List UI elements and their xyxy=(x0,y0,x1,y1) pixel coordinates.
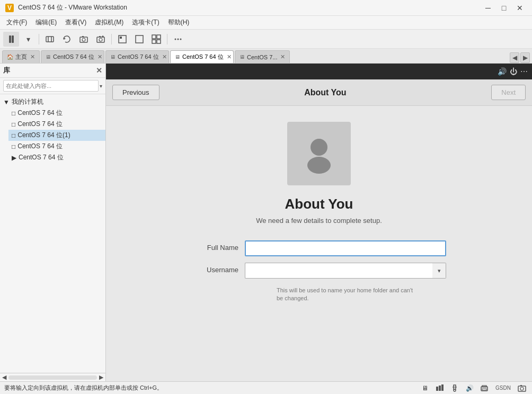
menu-file[interactable]: 文件(F) xyxy=(2,17,31,28)
pause-button[interactable] xyxy=(3,32,19,47)
tab-centos4[interactable]: 🖥 CentOS 7... ✕ xyxy=(235,50,290,63)
tree-root[interactable]: ▼ 我的计算机 xyxy=(0,96,105,108)
tab-centos1-label: CentOS 7 64 位 xyxy=(53,53,94,61)
username-dropdown-button[interactable]: ▾ xyxy=(432,263,446,279)
menu-edit[interactable]: 编辑(E) xyxy=(31,17,61,28)
vm-icon-3: □ xyxy=(12,132,15,139)
vm-icon-5: ▶ xyxy=(12,154,16,162)
unity-button[interactable] xyxy=(148,32,164,47)
svg-rect-37 xyxy=(520,385,522,386)
statusbar-camera-icon[interactable] xyxy=(516,383,528,393)
tab-centos4-label: CentOS 7... xyxy=(247,54,277,60)
sidebar-title: 库 xyxy=(3,66,10,75)
tabs-prev-button[interactable]: ◀ xyxy=(510,52,519,63)
sidebar-scrollbar[interactable] xyxy=(8,375,97,380)
menu-help[interactable]: 帮助(H) xyxy=(164,17,194,28)
menu-vm[interactable]: 虚拟机(M) xyxy=(91,17,128,28)
vm-screen: Previous About You Next About You xyxy=(106,79,532,381)
send-ctrlaltdel-button[interactable] xyxy=(42,32,58,47)
fullname-group: Full Name xyxy=(192,240,446,256)
tab-centos2[interactable]: 🖥 CentOS 7 64 位 ✕ xyxy=(105,50,169,63)
vm-name-5: CentOS 7 64 位 xyxy=(19,153,64,162)
sidebar-scroll-left[interactable]: ◀ xyxy=(2,374,6,381)
tabs-next-button[interactable]: ▶ xyxy=(520,52,530,63)
home-tab-icon: 🏠 xyxy=(7,54,13,60)
revert-button[interactable] xyxy=(59,32,75,47)
normal-view-button[interactable] xyxy=(114,32,130,47)
restore-button[interactable]: □ xyxy=(496,0,512,16)
minimize-button[interactable]: ─ xyxy=(480,0,496,16)
installer-ui: Previous About You Next About You xyxy=(106,79,532,381)
username-input[interactable] xyxy=(245,263,432,279)
svg-point-23 xyxy=(180,38,182,40)
sidebar-item-centos2[interactable]: □ CentOS 7 64 位 xyxy=(8,119,105,130)
tab-centos2-close[interactable]: ✕ xyxy=(162,53,167,60)
user-avatar xyxy=(287,122,351,185)
vm-icon-1: □ xyxy=(12,110,15,117)
svg-text:V: V xyxy=(7,4,12,12)
tab-centos1[interactable]: 🖥 CentOS 7 64 位 ✕ xyxy=(41,50,104,63)
tab-centos4-close[interactable]: ✕ xyxy=(280,53,285,60)
audio-button[interactable]: 🔊 xyxy=(498,67,507,76)
svg-rect-17 xyxy=(152,35,156,39)
username-hint-container: This will be used to name your home fold… xyxy=(277,285,414,303)
svg-rect-20 xyxy=(157,40,161,43)
tab-home-label: 主页 xyxy=(15,53,27,61)
previous-button[interactable]: Previous xyxy=(112,85,159,100)
sidebar-item-centos4[interactable]: □ CentOS 7 64 位 xyxy=(8,141,105,152)
svg-rect-8 xyxy=(82,36,84,37)
content-area: 🔊 ⏻ ⋯ Previous About You Next xyxy=(106,64,532,381)
statusbar-display-icon[interactable]: 🖥 xyxy=(419,383,431,393)
statusbar-gsdn-button[interactable]: GSDN xyxy=(493,383,513,393)
statusbar-icons: 🖥 🔊 GSDN xyxy=(419,383,528,393)
power-button[interactable]: ⏻ xyxy=(510,67,517,76)
sidebar-scroll-right[interactable]: ▶ xyxy=(99,374,103,381)
svg-rect-28 xyxy=(441,384,444,391)
sidebar-item-centos3-selected[interactable]: □ CentOS 7 64 位(1) xyxy=(8,130,105,141)
svg-rect-19 xyxy=(152,40,156,43)
svg-point-36 xyxy=(520,387,524,390)
tab-centos3[interactable]: 🖥 CentOS 7 64 位 ✕ xyxy=(170,50,234,63)
fullname-input[interactable] xyxy=(245,240,446,256)
sidebar-bottom: ◀ ▶ xyxy=(0,373,105,381)
snapshot-manager-button[interactable] xyxy=(93,32,109,47)
snapshot-button[interactable] xyxy=(76,32,92,47)
sidebar: 库 ✕ ▾ ▼ 我的计算机 □ CentOS 7 64 位 □ CentOS 7… xyxy=(0,64,106,381)
statusbar-printer-icon[interactable] xyxy=(478,383,490,393)
about-you-title: About You xyxy=(285,196,353,212)
statusbar-sound-icon[interactable]: 🔊 xyxy=(464,383,475,393)
tab-centos3-label: CentOS 7 64 位 xyxy=(182,53,224,61)
next-button[interactable]: Next xyxy=(491,85,526,100)
app-icon: V xyxy=(4,3,15,13)
sidebar-item-centos5[interactable]: ▶ CentOS 7 64 位 xyxy=(8,152,105,163)
vm-name-2: CentOS 7 64 位 xyxy=(17,120,63,129)
menu-view[interactable]: 查看(V) xyxy=(61,17,91,28)
svg-rect-18 xyxy=(157,35,161,39)
more-button[interactable] xyxy=(170,32,186,47)
tree-root-expand-icon: ▼ xyxy=(3,98,10,106)
statusbar-network-icon[interactable] xyxy=(434,383,446,393)
tab-home-close[interactable]: ✕ xyxy=(30,53,35,60)
sidebar-item-centos1[interactable]: □ CentOS 7 64 位 xyxy=(8,108,105,119)
tabs-bar: 🏠 主页 ✕ 🖥 CentOS 7 64 位 ✕ 🖥 CentOS 7 64 位… xyxy=(0,49,532,64)
tab-centos3-close[interactable]: ✕ xyxy=(227,53,232,60)
svg-point-24 xyxy=(311,139,327,156)
menu-tabs[interactable]: 选项卡(T) xyxy=(128,17,163,28)
svg-rect-27 xyxy=(439,386,441,391)
tab-centos1-close[interactable]: ✕ xyxy=(97,53,102,60)
sidebar-close-button[interactable]: ✕ xyxy=(96,66,102,75)
vm-settings-button[interactable]: ⋯ xyxy=(520,67,528,76)
svg-point-25 xyxy=(307,157,331,174)
tree-root-label: 我的计算机 xyxy=(12,97,43,106)
svg-rect-16 xyxy=(136,35,143,43)
tab-home[interactable]: 🏠 主页 ✕ xyxy=(2,50,40,63)
sidebar-tree: ▼ 我的计算机 □ CentOS 7 64 位 □ CentOS 7 64 位 … xyxy=(0,94,105,373)
close-button[interactable]: ✕ xyxy=(512,0,528,16)
sidebar-search-input[interactable] xyxy=(3,80,99,92)
svg-marker-5 xyxy=(64,38,66,40)
toolbar-dropdown-button[interactable]: ▾ xyxy=(20,32,36,47)
statusbar-usb-icon[interactable] xyxy=(449,383,460,393)
sidebar-search-arrow-icon[interactable]: ▾ xyxy=(100,83,102,89)
svg-point-7 xyxy=(82,38,85,41)
fullscreen-button[interactable] xyxy=(131,32,147,47)
